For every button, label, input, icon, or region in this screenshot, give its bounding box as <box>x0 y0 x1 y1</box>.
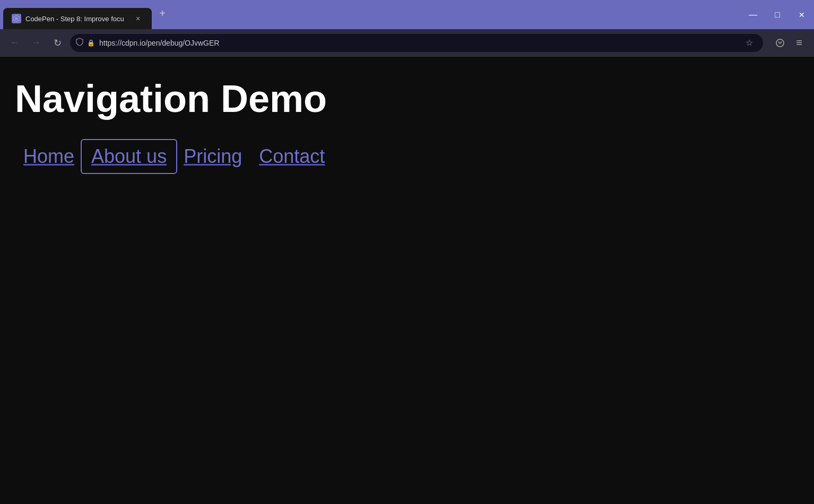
navigation-links: Home About us Pricing Contact <box>15 141 799 172</box>
menu-button[interactable]: ≡ <box>791 34 808 51</box>
pocket-button[interactable] <box>772 34 789 51</box>
toolbar: ← → ↻ 🔒 ☆ <box>0 29 814 57</box>
web-content: Navigation Demo Home About us Pricing Co… <box>0 57 814 504</box>
refresh-icon: ↻ <box>54 37 62 49</box>
browser-tab[interactable]: CodePen - Step 8: Improve focu × <box>3 8 152 29</box>
browser-window: CodePen - Step 8: Improve focu × + ← → ↻ <box>0 0 814 504</box>
new-tab-button[interactable]: + <box>154 5 171 22</box>
tab-favicon <box>12 14 21 23</box>
tab-close-button[interactable]: × <box>133 13 143 24</box>
toolbar-right: ≡ <box>772 34 808 51</box>
forward-arrow-icon: → <box>31 37 41 48</box>
lock-icon: 🔒 <box>87 39 95 47</box>
address-bar-left-icons: 🔒 <box>75 38 95 48</box>
refresh-button[interactable]: ↻ <box>49 34 66 51</box>
shield-icon <box>75 38 84 48</box>
nav-link-about[interactable]: About us <box>83 141 175 172</box>
maximize-button[interactable] <box>765 0 790 29</box>
tab-title: CodePen - Step 8: Improve focu <box>25 15 128 23</box>
bookmark-button[interactable]: ☆ <box>742 36 757 50</box>
back-arrow-icon: ← <box>10 37 20 48</box>
address-input[interactable] <box>70 34 763 52</box>
close-window-button[interactable] <box>790 0 814 29</box>
close-icon <box>799 11 805 19</box>
forward-button[interactable]: → <box>28 34 45 51</box>
menu-icon: ≡ <box>796 37 802 49</box>
nav-link-home[interactable]: Home <box>15 141 83 172</box>
minimize-icon <box>749 10 757 20</box>
title-bar: CodePen - Step 8: Improve focu × + <box>0 0 814 29</box>
back-button[interactable]: ← <box>6 34 23 51</box>
minimize-button[interactable] <box>741 0 765 29</box>
page-title: Navigation Demo <box>15 78 799 120</box>
address-bar-right-icons: ☆ <box>742 36 757 50</box>
address-bar-container: 🔒 ☆ <box>70 34 763 52</box>
star-icon: ☆ <box>746 38 753 48</box>
nav-link-pricing[interactable]: Pricing <box>175 141 250 172</box>
nav-link-contact[interactable]: Contact <box>250 141 333 172</box>
maximize-icon <box>775 10 780 20</box>
window-controls <box>741 0 814 29</box>
